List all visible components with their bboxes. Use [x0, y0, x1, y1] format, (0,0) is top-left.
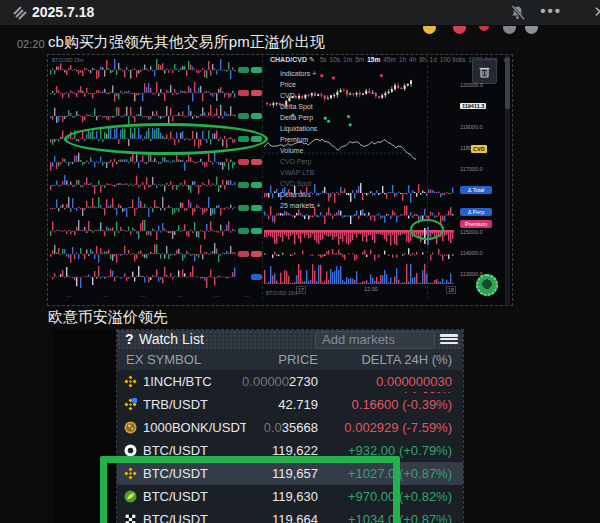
more-options-icon[interactable]: •••: [540, 2, 562, 19]
exchange-delta-row: [50, 197, 262, 219]
watchlist-row[interactable]: TRB/USDT42.7190.16600 (-0.39%): [117, 393, 463, 417]
exchange-badge: [251, 274, 262, 280]
exchange-badge: [238, 90, 249, 96]
delta-cell: 0.16600 (-0.39%): [327, 397, 452, 412]
symbol-cell: TRB/USDT: [143, 397, 208, 412]
price-axis-label: 117000.0: [460, 166, 483, 172]
chart-symbol-label: BTCUSD 15m: [266, 290, 298, 296]
close-icon[interactable]: ✕: [593, 3, 600, 21]
exchange-delta-row: [50, 220, 262, 242]
edit-icon: ✎: [309, 56, 315, 63]
exchange-icon-binance-blue: [124, 398, 137, 411]
timeframe-5m: 5m: [355, 56, 364, 63]
timeframe-45m: 45m: [383, 56, 396, 63]
premium-badge: Premium: [460, 220, 492, 228]
delta-cell: 0.002929 (-7.59%): [327, 420, 452, 435]
delta-perp-badge: Δ Perp: [460, 208, 492, 216]
exchange-delta-row: [50, 174, 262, 196]
chart-screenshot[interactable]: BTCUSD 15m CHAD/CVD ✎ 5s10s1m5m15m45m1h4…: [48, 55, 512, 305]
time-axis-tick: ––: [103, 293, 109, 299]
timeframe-4h: 4h: [409, 56, 416, 63]
timeframe-5s: 5s: [320, 56, 327, 63]
watchlist-title: Watch List: [139, 331, 204, 347]
delta-total-badge: Δ Total: [460, 186, 492, 194]
time-axis-tick: ––: [140, 293, 146, 299]
reactions-row-cut: [415, 26, 555, 39]
exchange-delta-row: [50, 59, 262, 81]
timeframe-10s: 10s: [330, 56, 340, 63]
exchange-badge: [238, 251, 249, 257]
timeframe-8h: 8h: [419, 56, 426, 63]
exchange-delta-row: [50, 243, 262, 265]
exchange-badge: [238, 67, 249, 73]
timeframe-15m: 15m: [367, 56, 380, 63]
symbol-cell: 1INCH/BTC: [143, 374, 212, 389]
time-label-1200: 12:00: [364, 286, 378, 292]
watchlist-row[interactable]: 1INCH/BTC0.0000027300.000000030 (-1.09%): [117, 370, 463, 394]
message2-text: 欧意币安溢价领先: [48, 308, 168, 327]
time-label-18: 18: [446, 286, 456, 294]
help-icon: ?: [125, 331, 134, 347]
watchlist-row[interactable]: 1000BONK/USDT0.0356680.002929 (-7.59%): [117, 416, 463, 440]
emoji-yellow: [423, 26, 436, 34]
price-axis: 120000.0119411.3119000.0118000.0117000.0…: [458, 55, 504, 305]
message-text: cb购买力强领先其他交易所pm正溢价出现: [48, 33, 325, 52]
chat-window: 2025.7.18 ••• ✕ 02:20 cb购买力强领先其他交易所pm正溢价…: [0, 0, 600, 523]
col-delta: DELTA 24H (%): [327, 352, 452, 367]
emoji-red2: [479, 26, 489, 31]
price-cell: 0.035668: [207, 420, 318, 435]
price-axis-label: 119000.0: [460, 124, 483, 130]
exchange-badge: [238, 205, 249, 211]
price-axis-label: 119411.3: [460, 103, 486, 109]
chat-header: 2025.7.18 ••• ✕: [0, 0, 600, 25]
emoji-red: [453, 26, 466, 34]
exchange-badge: [238, 113, 249, 119]
col-price: PRICE: [227, 352, 318, 367]
pinned-list-icon[interactable]: [12, 5, 27, 24]
cvd-badge: CVD: [471, 145, 487, 153]
watchlist-titlebar: ? Watch List Add markets: [117, 330, 463, 349]
muted-bell-icon[interactable]: [510, 5, 525, 24]
emoji-gray2: [525, 26, 538, 34]
exchange-badge: [251, 90, 262, 96]
time-axis-tick: ––: [66, 293, 72, 299]
price-cell: 42.719: [207, 397, 318, 412]
menu-icon: [440, 333, 458, 346]
annotation-ellipse-large: [64, 123, 268, 155]
exchange-badge: [238, 159, 249, 165]
annotation-ellipse-small: [410, 219, 444, 240]
emoji-gray: [503, 26, 516, 34]
panel-divider: [262, 55, 263, 299]
exocharts-logo: [476, 274, 498, 296]
annotation-rectangle: [100, 456, 400, 523]
price-cell: 0.000002730: [207, 374, 318, 389]
time-axis-tick: ––: [244, 293, 250, 299]
price-axis-label: 115000.0: [460, 229, 483, 235]
exchange-badge: [251, 228, 262, 234]
exchange-badge: [251, 113, 262, 119]
exchange-badge: [238, 182, 249, 188]
time-axis-tick: ––: [214, 293, 220, 299]
exchange-badge: [251, 182, 262, 188]
exchange-badge: [251, 159, 262, 165]
price-axis-label: 120000.0: [460, 82, 483, 88]
exchange-badge: [251, 205, 262, 211]
timeframe-1m: 1m: [343, 56, 352, 63]
price-axis-label: 114000.0: [460, 250, 483, 256]
add-markets-input: Add markets: [315, 331, 435, 349]
exchange-badge: [251, 251, 262, 257]
message-timestamp: 02:20: [17, 38, 45, 50]
chart-title: CHAD/CVD: [270, 56, 307, 63]
time-axis-tick: ––: [177, 293, 183, 299]
timeframe-1h: 1h: [399, 56, 406, 63]
exchange-badge: [238, 228, 249, 234]
exchange-delta-row: [50, 266, 262, 288]
watchlist-column-headers: EX SYMBOL PRICE DELTA 24H (%): [117, 349, 463, 370]
exchange-icon-binance: [124, 375, 137, 388]
chart-scrollbar: [505, 55, 510, 305]
exchange-delta-row: [50, 82, 262, 104]
timeframe-1d: 1d: [430, 56, 437, 63]
exchange-badge: [251, 67, 262, 73]
col-ex-symbol: EX SYMBOL: [126, 352, 201, 367]
exchange-icon-gold-coin: [124, 421, 137, 434]
